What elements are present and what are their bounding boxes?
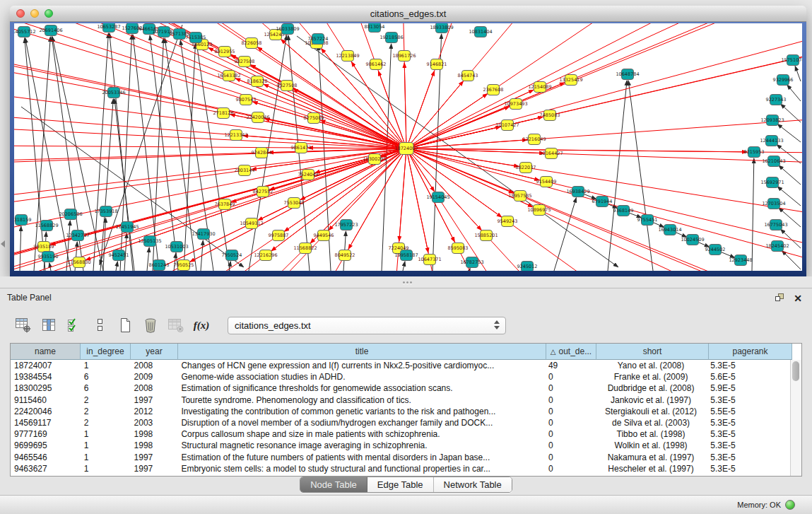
network-node[interactable]: 13216049 <box>522 134 546 145</box>
column-header-title[interactable]: title <box>178 344 546 360</box>
network-node[interactable]: 2718126 <box>213 108 234 119</box>
network-edge-red[interactable] <box>404 63 406 148</box>
citation-network-graph[interactable]: 1254243982260588912955866012398275081654… <box>14 23 802 271</box>
network-node[interactable]: 16210643 <box>762 156 785 167</box>
network-node[interactable]: 12093823 <box>760 115 784 126</box>
network-node[interactable]: 8822037 <box>516 163 536 173</box>
network-node[interactable]: 10653287 <box>97 23 120 33</box>
network-edge-red-ray[interactable] <box>406 23 802 148</box>
table-settings-icon[interactable] <box>14 317 33 334</box>
network-edge-red[interactable] <box>51 148 406 245</box>
network-node[interactable]: 9245012 <box>517 262 538 271</box>
new-table-document-icon[interactable] <box>116 317 134 334</box>
column-header-in_degree[interactable]: in_degree <box>81 344 131 360</box>
network-edge-red-ray[interactable] <box>406 148 802 271</box>
network-edge-red-ray[interactable] <box>406 148 802 158</box>
network-edge-black[interactable] <box>752 158 754 271</box>
network-node[interactable]: 8813054 <box>365 23 385 33</box>
row-height-icon[interactable] <box>90 317 109 334</box>
network-node[interactable]: 16782753 <box>460 257 483 268</box>
network-edge-black[interactable] <box>297 36 618 267</box>
network-edge-red-ray[interactable] <box>14 142 406 148</box>
close-panel-icon[interactable]: ✕ <box>794 293 802 303</box>
network-node[interactable]: 10973493 <box>504 99 527 110</box>
network-node[interactable]: 8427552 <box>253 187 273 197</box>
network-node[interactable]: 9935190 <box>38 252 59 262</box>
network-edge-red-ray[interactable] <box>406 148 802 271</box>
network-edge-red-ray[interactable] <box>406 23 802 148</box>
network-node[interactable]: 9329966 <box>773 75 794 86</box>
network-edge-red-ray[interactable] <box>406 148 802 271</box>
network-node[interactable]: 20206586 <box>59 209 82 220</box>
network-edge-red-ray[interactable] <box>406 148 610 271</box>
tab-network-table[interactable]: Network Table <box>434 477 512 492</box>
network-node[interactable]: 11568822 <box>293 243 317 254</box>
panel-split-divider[interactable] <box>0 276 812 288</box>
network-edge-red-ray[interactable] <box>406 148 802 271</box>
network-node[interactable]: 9449546 <box>314 230 334 241</box>
divider-grip-icon[interactable] <box>401 281 413 284</box>
network-edge-red-ray[interactable] <box>406 148 802 271</box>
table-row[interactable]: 946554611997Estimation of the future num… <box>11 452 790 463</box>
network-node[interactable]: 6791944 <box>592 197 613 207</box>
network-node[interactable]: 17353918 <box>94 206 117 217</box>
network-edge-red-ray[interactable] <box>406 148 802 271</box>
network-edge-red[interactable] <box>406 71 435 148</box>
network-node[interactable]: 12216296 <box>254 250 277 261</box>
column-header-name[interactable]: name <box>11 344 81 360</box>
network-node[interactable]: 9146821 <box>427 59 447 70</box>
table-row[interactable]: 1872400712008Changes of HCN gene express… <box>11 360 790 371</box>
network-edge-red-ray[interactable] <box>406 148 802 271</box>
network-edge-red-ray[interactable] <box>14 148 406 177</box>
network-node[interactable]: 12213849 <box>336 51 359 62</box>
zoom-window-button[interactable] <box>45 9 53 18</box>
network-node[interactable]: 17957223 <box>334 220 358 230</box>
network-edge-red-ray[interactable] <box>406 78 802 148</box>
memory-status-indicator[interactable] <box>785 500 795 510</box>
network-edge-red[interactable] <box>399 148 406 241</box>
window-titlebar[interactable]: citations_edges.txt <box>10 6 806 22</box>
network-node[interactable]: 11568830 <box>67 257 90 268</box>
network-edge-red[interactable] <box>406 148 428 252</box>
column-header-short[interactable]: short <box>596 344 709 360</box>
table-row[interactable]: 2242004622012Investigating the contribut… <box>11 406 790 417</box>
network-edge-black[interactable] <box>116 262 117 271</box>
column-header-year[interactable]: year <box>131 344 178 360</box>
network-node[interactable]: 8215953 <box>744 147 765 158</box>
network-edge-red-ray[interactable] <box>406 148 802 271</box>
network-node[interactable]: 11451945 <box>115 222 139 233</box>
table-row[interactable]: 1456911722003Disruption of a novel membe… <box>11 417 790 428</box>
network-edge-black[interactable] <box>110 33 133 271</box>
network-node[interactable]: 8186328 <box>247 76 268 87</box>
network-node[interactable]: 8601243 <box>149 260 170 271</box>
network-edge-black[interactable] <box>795 66 801 81</box>
network-node[interactable]: 7950524 <box>222 250 242 261</box>
network-edge-red-ray[interactable] <box>406 148 802 271</box>
float-panel-icon[interactable] <box>775 292 784 305</box>
network-node[interactable]: 18961726 <box>392 51 416 62</box>
network-edge-red-ray[interactable] <box>406 23 802 148</box>
network-node[interactable]: 14055712 <box>14 27 36 37</box>
network-node[interactable]: 12444133 <box>760 136 783 146</box>
network-node[interactable]: 8275089 <box>304 113 324 124</box>
network-edge-black[interactable] <box>93 33 108 271</box>
network-node[interactable]: 9154409 <box>536 177 557 187</box>
network-node[interactable]: 9807543 <box>236 95 257 105</box>
network-node[interactable]: 15885201 <box>474 230 498 241</box>
network-node[interactable]: 10647371 <box>418 255 441 265</box>
network-edge-red-ray[interactable] <box>406 23 802 148</box>
network-node[interactable]: 9861462 <box>366 59 387 70</box>
network-node[interactable]: 10107427 <box>495 120 519 131</box>
table-row[interactable]: 911546021997Tourette syndrome. Phenomeno… <box>11 395 790 406</box>
network-node[interactable]: 8595083 <box>448 243 469 254</box>
network-node[interactable]: 9318159 <box>14 215 31 226</box>
network-node[interactable]: 12505135 <box>138 236 161 247</box>
column-header-out_degree[interactable]: △out_de... <box>546 344 596 360</box>
network-node[interactable]: 19218586 <box>379 33 403 43</box>
network-node[interactable]: 9227343 <box>766 95 787 105</box>
network-node[interactable]: 9975887 <box>269 230 289 241</box>
network-edge-red-ray[interactable] <box>406 148 802 271</box>
network-edge-red-ray[interactable] <box>406 23 743 148</box>
table-row[interactable]: 1830029562008Estimation of significance … <box>11 382 790 394</box>
network-node[interactable]: 15751074 <box>781 55 802 66</box>
